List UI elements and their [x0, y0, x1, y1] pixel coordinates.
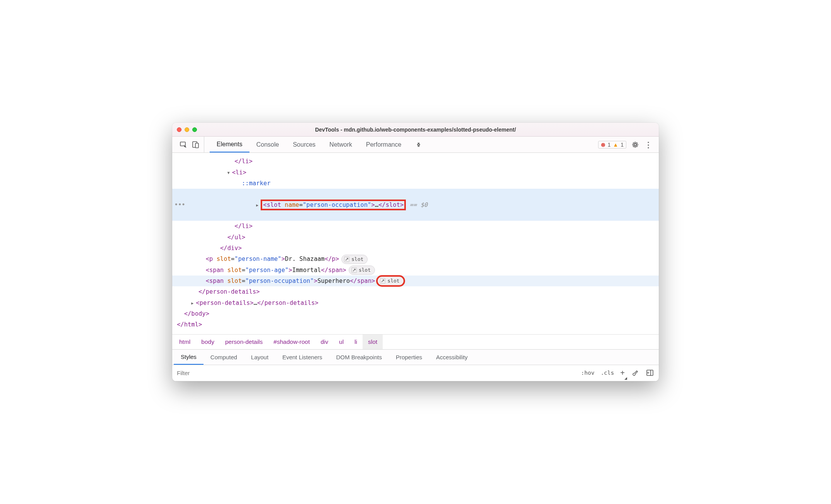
new-style-rule-button[interactable]: +◢ [620, 369, 625, 377]
subtab-event-listeners[interactable]: Event Listeners [275, 350, 329, 365]
reveal-slot-badge[interactable]: slot [349, 266, 375, 275]
zoom-window-button[interactable] [192, 127, 197, 132]
highlight-box: <slot name="person-occupation">…</slot> [261, 200, 406, 210]
inspect-tools [175, 137, 204, 152]
warning-count: 1 [621, 142, 624, 148]
crumb-html[interactable]: html [174, 335, 196, 349]
tree-row[interactable]: <person-details>…</person-details> [172, 298, 659, 308]
reveal-icon [344, 257, 349, 262]
crumb-ul[interactable]: ul [334, 335, 349, 349]
tab-sources[interactable]: Sources [286, 137, 322, 152]
crumb-div[interactable]: div [315, 335, 334, 349]
pseudo-marker: ::marker [242, 180, 271, 187]
tree-row[interactable]: <li> [172, 167, 659, 178]
warning-icon: ▲ [613, 142, 618, 148]
crumb-slot[interactable]: slot [363, 335, 383, 349]
toolbar-right: ⊗1 ▲1 ⋮ [595, 140, 656, 149]
hov-toggle[interactable]: :hov [581, 370, 594, 376]
tree-row[interactable]: </body> [172, 308, 659, 319]
toggle-sidebar-icon[interactable] [646, 369, 654, 377]
devtools-window: DevTools - mdn.github.io/web-components-… [172, 123, 659, 381]
tree-row[interactable]: </li> [172, 221, 659, 232]
crumb-li[interactable]: li [349, 335, 363, 349]
tree-row-selected[interactable]: ••• <slot name="person-occupation">…</sl… [172, 189, 659, 221]
subtab-styles[interactable]: Styles [174, 350, 204, 365]
row-actions-icon[interactable]: ••• [175, 200, 185, 210]
window-title: DevTools - mdn.github.io/web-components-… [177, 127, 654, 133]
expand-caret-icon[interactable] [256, 200, 259, 210]
tree-row[interactable]: <span slot="person-age">Immortal</span>s… [172, 265, 659, 276]
device-toggle-icon[interactable] [192, 140, 200, 149]
kebab-menu-icon[interactable]: ⋮ [644, 140, 653, 149]
tree-row[interactable]: </li> [172, 156, 659, 167]
tree-row[interactable]: </ul> [172, 232, 659, 243]
elements-tree[interactable]: </li> <li> ::marker ••• <slot name="pers… [172, 153, 659, 334]
titlebar: DevTools - mdn.github.io/web-components-… [172, 123, 659, 137]
styles-subtabs: Styles Computed Layout Event Listeners D… [172, 350, 659, 365]
subtab-accessibility[interactable]: Accessibility [429, 350, 475, 365]
tree-row[interactable]: ::marker [172, 178, 659, 189]
panel-tabs: Elements Console Sources Network Perform… [204, 137, 595, 152]
reveal-slot-badge[interactable]: slot [341, 255, 368, 264]
issues-counter[interactable]: ⊗1 ▲1 [598, 141, 626, 149]
styles-filter-row: :hov .cls +◢ [172, 365, 659, 381]
close-window-button[interactable] [177, 127, 181, 132]
reveal-icon [380, 278, 385, 284]
paint-brush-icon[interactable] [631, 369, 639, 377]
crumb-person-details[interactable]: person-details [220, 335, 268, 349]
cls-toggle[interactable]: .cls [600, 370, 614, 376]
error-icon: ⊗ [601, 142, 605, 148]
svg-rect-0 [180, 142, 185, 146]
tree-row[interactable]: </div> [172, 243, 659, 254]
tree-row[interactable]: </html> [172, 319, 659, 330]
subtab-dom-breakpoints[interactable]: DOM Breakpoints [329, 350, 389, 365]
tree-row[interactable]: <span slot="person-occupation">Superhero… [172, 276, 659, 286]
tab-performance[interactable]: Performance [359, 137, 409, 152]
svg-rect-2 [195, 143, 198, 148]
crumb-body[interactable]: body [196, 335, 220, 349]
breadcrumb: html body person-details #shadow-root di… [172, 334, 659, 350]
tree-row[interactable]: </person-details> [172, 286, 659, 297]
tab-network[interactable]: Network [322, 137, 359, 152]
reveal-slot-badge-highlighted[interactable]: slot [377, 276, 404, 286]
settings-gear-icon[interactable] [631, 140, 639, 149]
tree-row[interactable]: <p slot="person-name">Dr. Shazaam</p>slo… [172, 254, 659, 264]
minimize-window-button[interactable] [185, 127, 189, 132]
tab-elements[interactable]: Elements [210, 137, 249, 152]
selected-node-ref: == $0 [406, 201, 427, 208]
main-toolbar: Elements Console Sources Network Perform… [172, 137, 659, 153]
styles-filter-tools: :hov .cls +◢ [581, 369, 656, 377]
styles-filter-input[interactable] [175, 367, 581, 378]
crumb-shadow-root[interactable]: #shadow-root [268, 335, 315, 349]
subtab-computed[interactable]: Computed [204, 350, 244, 365]
window-controls [177, 127, 197, 132]
expand-caret-icon[interactable] [227, 167, 231, 177]
tab-console[interactable]: Console [249, 137, 286, 152]
reveal-icon [351, 267, 357, 273]
subtab-layout[interactable]: Layout [244, 350, 275, 365]
more-tabs-button[interactable] [408, 137, 429, 152]
expand-caret-icon[interactable] [191, 298, 194, 308]
error-count: 1 [608, 142, 611, 148]
inspect-element-icon[interactable] [179, 140, 188, 149]
subtab-properties[interactable]: Properties [389, 350, 429, 365]
